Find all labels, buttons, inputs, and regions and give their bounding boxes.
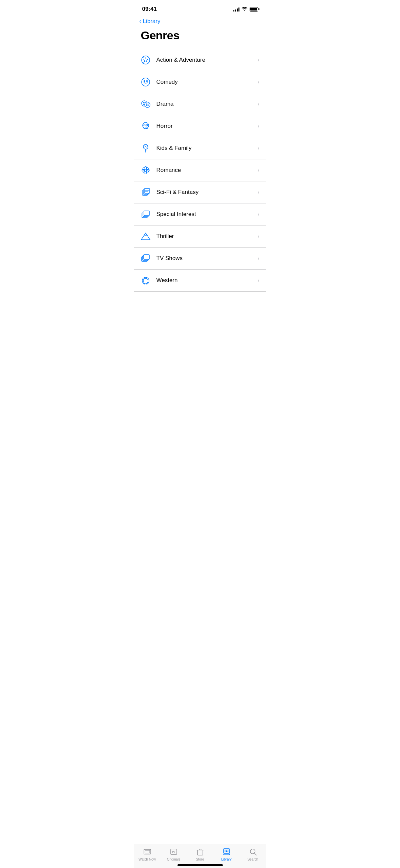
wifi-icon	[241, 6, 248, 12]
genre-item-action-adventure[interactable]: Action & Adventure ›	[134, 49, 266, 71]
status-time: 09:41	[142, 6, 157, 13]
thriller-icon	[140, 230, 152, 242]
genre-list: Action & Adventure › Comedy ›	[134, 49, 266, 292]
genre-label-romance: Romance	[156, 167, 255, 174]
kids-family-icon	[140, 142, 152, 154]
genre-chevron-special-interest: ›	[257, 211, 259, 217]
genre-item-comedy[interactable]: Comedy ›	[134, 71, 266, 93]
svg-point-9	[148, 104, 148, 104]
svg-rect-26	[144, 189, 150, 193]
genre-item-horror[interactable]: Horror ›	[134, 115, 266, 137]
genre-item-kids-family[interactable]: Kids & Family ›	[134, 137, 266, 159]
status-bar: 09:41	[134, 0, 266, 16]
genre-label-sci-fi-fantasy: Sci-Fi & Fantasy	[156, 189, 255, 196]
svg-point-5	[143, 102, 144, 103]
comedy-icon	[140, 76, 152, 88]
genre-chevron-western: ›	[257, 277, 259, 283]
genre-chevron-comedy: ›	[257, 79, 259, 85]
svg-point-3	[146, 81, 147, 82]
svg-rect-31	[144, 211, 149, 216]
svg-point-11	[144, 124, 145, 126]
genre-chevron-tv-shows: ›	[257, 255, 259, 261]
genre-chevron-drama: ›	[257, 101, 259, 107]
svg-point-1	[142, 78, 150, 86]
genre-label-drama: Drama	[156, 101, 255, 107]
genre-label-comedy: Comedy	[156, 79, 255, 85]
genre-item-western[interactable]: Western ›	[134, 270, 266, 292]
genre-item-tv-shows[interactable]: TV Shows ›	[134, 248, 266, 270]
romance-icon	[140, 164, 152, 176]
genre-chevron-kids-family: ›	[257, 145, 259, 151]
signal-icon	[233, 7, 239, 12]
genre-chevron-romance: ›	[257, 167, 259, 173]
back-chevron-icon: ‹	[140, 18, 142, 25]
tv-shows-icon	[140, 252, 152, 264]
svg-point-12	[146, 124, 148, 126]
genre-item-sci-fi-fantasy[interactable]: Sci-Fi & Fantasy ›	[134, 181, 266, 203]
special-interest-icon	[140, 208, 152, 220]
back-button[interactable]: ‹ Library	[140, 18, 161, 25]
genre-chevron-sci-fi-fantasy: ›	[257, 189, 259, 195]
sci-fi-fantasy-icon	[140, 186, 152, 198]
genre-chevron-thriller: ›	[257, 233, 259, 239]
page-title: Genres	[141, 29, 259, 42]
genre-label-kids-family: Kids & Family	[156, 145, 255, 152]
genre-item-thriller[interactable]: Thriller ›	[134, 225, 266, 248]
status-icons	[233, 6, 258, 12]
genre-label-horror: Horror	[156, 123, 255, 130]
drama-icon	[140, 98, 152, 110]
horror-icon	[140, 120, 152, 132]
genre-chevron-action-adventure: ›	[257, 57, 259, 63]
back-navigation: ‹ Library	[134, 16, 266, 27]
back-label: Library	[143, 18, 161, 25]
svg-point-8	[146, 104, 147, 104]
svg-point-7	[145, 102, 150, 107]
genre-label-action-adventure: Action & Adventure	[156, 57, 255, 63]
svg-point-15	[145, 169, 147, 171]
action-adventure-icon	[140, 54, 152, 66]
genre-item-special-interest[interactable]: Special Interest ›	[134, 203, 266, 225]
western-icon	[140, 274, 152, 287]
genre-chevron-horror: ›	[257, 123, 259, 129]
svg-point-2	[144, 81, 145, 82]
genre-item-drama[interactable]: Drama ›	[134, 93, 266, 115]
genre-label-western: Western	[156, 277, 255, 284]
battery-icon	[250, 7, 258, 12]
genre-label-thriller: Thriller	[156, 233, 255, 240]
genre-item-romance[interactable]: Romance ›	[134, 159, 266, 181]
genre-label-tv-shows: TV Shows	[156, 255, 255, 262]
genre-label-special-interest: Special Interest	[156, 211, 255, 218]
page-title-section: Genres	[134, 27, 266, 49]
svg-rect-34	[144, 255, 149, 259]
